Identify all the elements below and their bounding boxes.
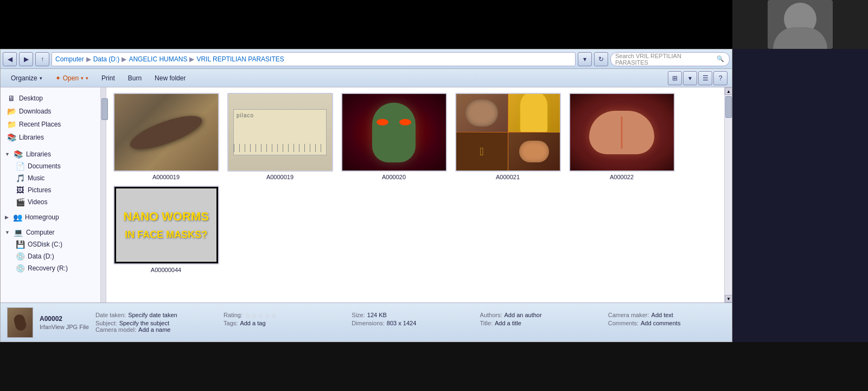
breadcrumb-data[interactable]: Data (D:) <box>93 55 120 63</box>
print-button[interactable]: Print <box>95 71 121 85</box>
tree-arrow-homegroup: ▶ <box>5 215 9 220</box>
libraries-icon: 📚 <box>14 150 23 159</box>
file-label-a0000019-ruler: A0000019 <box>266 174 293 180</box>
thumbnail-a0000019-worm[interactable] <box>113 93 219 172</box>
open-label: Open <box>63 74 79 82</box>
size-value: 124 KB <box>367 312 387 320</box>
breadcrumb-computer[interactable]: Computer <box>55 55 84 63</box>
sidebar-label-downloads: Downloads <box>19 108 51 115</box>
subject-value[interactable]: Specify the subject <box>119 320 169 326</box>
status-bar: A00002 IrfanView JPG File Date taken: Sp… <box>1 302 732 342</box>
camera-maker-value[interactable]: Add text <box>652 312 673 320</box>
sidebar-item-libraries-top[interactable]: 📚 Libraries <box>1 131 100 144</box>
file-area-scrollbar[interactable]: ▲ ▼ <box>724 87 732 302</box>
scrollbar-thumb[interactable] <box>725 96 732 118</box>
status-subject: Subject: Specify the subject <box>95 320 213 326</box>
worm-shape <box>126 109 205 155</box>
title-value[interactable]: Add a title <box>495 320 521 326</box>
sidebar-item-recent[interactable]: 📁 Recent Places <box>1 118 100 131</box>
refresh-button[interactable]: ↻ <box>594 52 608 66</box>
sidebar-label-documents: Documents <box>28 162 61 170</box>
file-label-a000020: A000020 <box>382 174 406 180</box>
view-dropdown[interactable]: ▾ <box>683 71 697 85</box>
thumbnail-a0000019-ruler[interactable]: pilaco <box>227 93 333 172</box>
date-taken-value[interactable]: Specify date taken <box>128 312 177 320</box>
sidebar-item-homegroup[interactable]: ▶ 👥 Homegroup <box>1 211 100 223</box>
sidebar-item-videos[interactable]: 🎬 Videos <box>1 196 100 208</box>
scrollbar-track[interactable] <box>725 95 732 295</box>
help-button[interactable]: ? <box>713 71 727 85</box>
organize-button[interactable]: Organize <box>5 71 48 85</box>
camera-model-value[interactable]: Add a name <box>138 326 170 333</box>
comments-value[interactable]: Add comments <box>641 320 680 326</box>
search-icon[interactable]: 🔍 <box>716 55 725 64</box>
sidebar-group-computer[interactable]: ▼ 💻 Computer <box>1 226 100 238</box>
list-item[interactable]: A0000019 <box>112 93 220 180</box>
thumbnail-a00000044[interactable]: NANO WORMS IN FACE MASKS? <box>113 186 219 264</box>
breadcrumb-angelic[interactable]: ANGELIC HUMANS <box>129 55 187 63</box>
list-item[interactable]: NANO WORMS IN FACE MASKS? A00000044 <box>112 186 220 273</box>
forward-button[interactable]: ▶ <box>19 52 33 66</box>
sidebar-label-computer: Computer <box>26 229 55 236</box>
list-item[interactable]: A000020 <box>340 93 448 180</box>
tags-value[interactable]: Add a tag <box>240 320 265 326</box>
file-label-a000021: A000021 <box>496 174 520 180</box>
list-item[interactable]: pilaco A0000019 <box>226 93 334 180</box>
brain-main-shape <box>589 111 654 154</box>
sidebar-label-pictures: Pictures <box>28 186 51 194</box>
computer-icon: 💻 <box>14 228 23 237</box>
worm-image <box>114 94 218 171</box>
camera-model-label: Camera model: <box>95 326 136 333</box>
search-bar[interactable]: Search VRIL REPTILIAN PARASITES 🔍 <box>610 52 730 66</box>
ruler-image: pilaco <box>228 94 332 171</box>
list-item[interactable]: A000022 <box>567 93 676 180</box>
status-thumbnail <box>7 307 33 338</box>
sidebar-item-downloads[interactable]: 📂 Downloads <box>1 105 100 118</box>
view-large-icon[interactable]: ⊞ <box>668 71 682 85</box>
sidebar-label-osdisk: OSDisk (C:) <box>28 241 62 248</box>
pictures-icon: 🖼 <box>16 186 24 194</box>
alien-eye-left <box>376 119 388 125</box>
thumbnail-a000020[interactable] <box>341 93 447 172</box>
breadcrumb-vril[interactable]: VRIL REPTILIAN PARASITES <box>196 55 284 63</box>
sidebar-item-documents[interactable]: 📄 Documents <box>1 160 100 172</box>
sidebar-item-pictures[interactable]: 🖼 Pictures <box>1 184 100 196</box>
up-button[interactable]: ↑ <box>35 52 49 66</box>
thumbnail-a000021[interactable]: 𓂀 <box>455 93 561 172</box>
date-taken-label: Date taken: <box>95 312 126 320</box>
sidebar-label-recovery: Recovery (R:) <box>28 264 68 272</box>
open-button[interactable]: ✦ Open ▾ <box>49 71 94 85</box>
subject-label: Subject: <box>95 320 117 326</box>
new-folder-button[interactable]: New folder <box>149 71 192 85</box>
preview-pane-button[interactable]: ☰ <box>698 71 712 85</box>
sidebar-label-datad: Data (D:) <box>28 253 54 260</box>
scrollbar-down-button[interactable]: ▼ <box>725 295 732 302</box>
status-dimensions: Dimensions: 803 x 1424 <box>352 320 469 326</box>
dropdown-button[interactable]: ▾ <box>578 52 592 66</box>
sidebar-group-libraries[interactable]: ▼ 📚 Libraries <box>1 148 100 160</box>
rating-stars[interactable]: ☆☆☆☆☆ <box>245 312 277 320</box>
bottom-bar <box>0 342 868 391</box>
breadcrumb[interactable]: Computer ▶ Data (D:) ▶ ANGELIC HUMANS ▶ … <box>52 52 576 66</box>
desktop-icon: 🖥 <box>7 94 16 103</box>
sidebar-thumb[interactable] <box>101 98 108 120</box>
thumbnail-a000022[interactable] <box>569 93 675 172</box>
sidebar-item-recovery[interactable]: 💿 Recovery (R:) <box>1 262 100 274</box>
back-button[interactable]: ◀ <box>3 52 17 66</box>
burn-button[interactable]: Burn <box>122 71 148 85</box>
dimensions-label: Dimensions: <box>352 320 385 326</box>
sidebar-scrollbar[interactable] <box>101 87 106 302</box>
sidebar-label-music: Music <box>28 174 44 182</box>
sidebar-item-datad[interactable]: 💿 Data (D:) <box>1 250 100 262</box>
avatar <box>768 0 833 49</box>
egypt-hieroglyphs: 𓂀 <box>456 133 508 171</box>
list-item[interactable]: 𓂀 A000021 <box>454 93 562 180</box>
authors-value[interactable]: Add an author <box>505 312 542 320</box>
status-camera-model: Camera model: Add a name <box>95 326 213 333</box>
sidebar-item-osdisk[interactable]: 💾 OSDisk (C:) <box>1 238 100 250</box>
homegroup-icon: 👥 <box>13 213 22 222</box>
sidebar-item-music[interactable]: 🎵 Music <box>1 172 100 184</box>
brain-image <box>570 94 674 171</box>
sidebar-item-desktop[interactable]: 🖥 Desktop <box>1 92 100 105</box>
scrollbar-up-button[interactable]: ▲ <box>725 87 732 95</box>
